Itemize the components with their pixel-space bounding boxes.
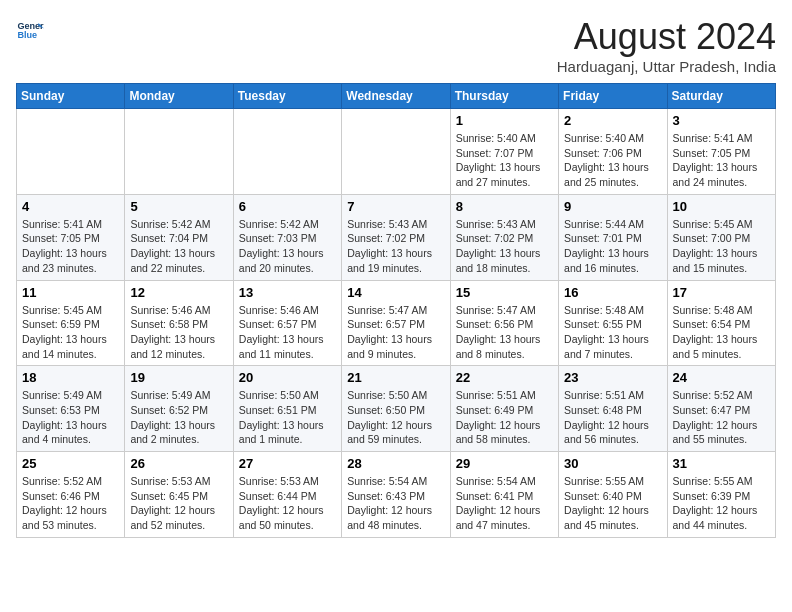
day-cell-5: 5Sunrise: 5:42 AM Sunset: 7:04 PM Daylig… <box>125 194 233 280</box>
day-number: 19 <box>130 370 227 385</box>
day-cell-19: 19Sunrise: 5:49 AM Sunset: 6:52 PM Dayli… <box>125 366 233 452</box>
day-number: 23 <box>564 370 661 385</box>
day-number: 17 <box>673 285 770 300</box>
weekday-header-monday: Monday <box>125 84 233 109</box>
day-cell-7: 7Sunrise: 5:43 AM Sunset: 7:02 PM Daylig… <box>342 194 450 280</box>
day-info: Sunrise: 5:49 AM Sunset: 6:52 PM Dayligh… <box>130 388 227 447</box>
day-cell-1: 1Sunrise: 5:40 AM Sunset: 7:07 PM Daylig… <box>450 109 558 195</box>
day-number: 4 <box>22 199 119 214</box>
day-number: 3 <box>673 113 770 128</box>
day-number: 21 <box>347 370 444 385</box>
day-number: 7 <box>347 199 444 214</box>
day-info: Sunrise: 5:47 AM Sunset: 6:57 PM Dayligh… <box>347 303 444 362</box>
day-info: Sunrise: 5:51 AM Sunset: 6:48 PM Dayligh… <box>564 388 661 447</box>
day-info: Sunrise: 5:53 AM Sunset: 6:45 PM Dayligh… <box>130 474 227 533</box>
day-info: Sunrise: 5:44 AM Sunset: 7:01 PM Dayligh… <box>564 217 661 276</box>
day-info: Sunrise: 5:55 AM Sunset: 6:39 PM Dayligh… <box>673 474 770 533</box>
day-cell-18: 18Sunrise: 5:49 AM Sunset: 6:53 PM Dayli… <box>17 366 125 452</box>
day-number: 28 <box>347 456 444 471</box>
day-cell-16: 16Sunrise: 5:48 AM Sunset: 6:55 PM Dayli… <box>559 280 667 366</box>
day-number: 10 <box>673 199 770 214</box>
day-info: Sunrise: 5:40 AM Sunset: 7:06 PM Dayligh… <box>564 131 661 190</box>
day-cell-23: 23Sunrise: 5:51 AM Sunset: 6:48 PM Dayli… <box>559 366 667 452</box>
day-number: 14 <box>347 285 444 300</box>
day-number: 26 <box>130 456 227 471</box>
day-number: 18 <box>22 370 119 385</box>
day-info: Sunrise: 5:52 AM Sunset: 6:47 PM Dayligh… <box>673 388 770 447</box>
logo-icon: General Blue <box>16 16 44 44</box>
day-number: 5 <box>130 199 227 214</box>
day-info: Sunrise: 5:42 AM Sunset: 7:04 PM Dayligh… <box>130 217 227 276</box>
day-info: Sunrise: 5:46 AM Sunset: 6:58 PM Dayligh… <box>130 303 227 362</box>
day-cell-24: 24Sunrise: 5:52 AM Sunset: 6:47 PM Dayli… <box>667 366 775 452</box>
day-cell-31: 31Sunrise: 5:55 AM Sunset: 6:39 PM Dayli… <box>667 452 775 538</box>
day-number: 25 <box>22 456 119 471</box>
weekday-header-saturday: Saturday <box>667 84 775 109</box>
weekday-header-tuesday: Tuesday <box>233 84 341 109</box>
day-number: 8 <box>456 199 553 214</box>
day-number: 6 <box>239 199 336 214</box>
day-cell-12: 12Sunrise: 5:46 AM Sunset: 6:58 PM Dayli… <box>125 280 233 366</box>
day-info: Sunrise: 5:48 AM Sunset: 6:55 PM Dayligh… <box>564 303 661 362</box>
week-row-2: 4Sunrise: 5:41 AM Sunset: 7:05 PM Daylig… <box>17 194 776 280</box>
logo: General Blue <box>16 16 44 44</box>
day-info: Sunrise: 5:54 AM Sunset: 6:43 PM Dayligh… <box>347 474 444 533</box>
day-info: Sunrise: 5:51 AM Sunset: 6:49 PM Dayligh… <box>456 388 553 447</box>
empty-cell <box>233 109 341 195</box>
day-info: Sunrise: 5:52 AM Sunset: 6:46 PM Dayligh… <box>22 474 119 533</box>
day-info: Sunrise: 5:50 AM Sunset: 6:51 PM Dayligh… <box>239 388 336 447</box>
day-cell-22: 22Sunrise: 5:51 AM Sunset: 6:49 PM Dayli… <box>450 366 558 452</box>
day-cell-13: 13Sunrise: 5:46 AM Sunset: 6:57 PM Dayli… <box>233 280 341 366</box>
day-number: 16 <box>564 285 661 300</box>
day-cell-10: 10Sunrise: 5:45 AM Sunset: 7:00 PM Dayli… <box>667 194 775 280</box>
day-number: 27 <box>239 456 336 471</box>
day-number: 13 <box>239 285 336 300</box>
day-cell-21: 21Sunrise: 5:50 AM Sunset: 6:50 PM Dayli… <box>342 366 450 452</box>
day-number: 11 <box>22 285 119 300</box>
empty-cell <box>342 109 450 195</box>
page-header: General Blue August 2024 Harduaganj, Utt… <box>16 16 776 75</box>
day-number: 29 <box>456 456 553 471</box>
calendar-table: SundayMondayTuesdayWednesdayThursdayFrid… <box>16 83 776 538</box>
day-info: Sunrise: 5:41 AM Sunset: 7:05 PM Dayligh… <box>22 217 119 276</box>
day-cell-20: 20Sunrise: 5:50 AM Sunset: 6:51 PM Dayli… <box>233 366 341 452</box>
day-info: Sunrise: 5:46 AM Sunset: 6:57 PM Dayligh… <box>239 303 336 362</box>
day-cell-28: 28Sunrise: 5:54 AM Sunset: 6:43 PM Dayli… <box>342 452 450 538</box>
day-cell-26: 26Sunrise: 5:53 AM Sunset: 6:45 PM Dayli… <box>125 452 233 538</box>
day-number: 31 <box>673 456 770 471</box>
day-cell-17: 17Sunrise: 5:48 AM Sunset: 6:54 PM Dayli… <box>667 280 775 366</box>
weekday-header-friday: Friday <box>559 84 667 109</box>
weekday-header-row: SundayMondayTuesdayWednesdayThursdayFrid… <box>17 84 776 109</box>
month-title: August 2024 <box>557 16 776 58</box>
day-info: Sunrise: 5:42 AM Sunset: 7:03 PM Dayligh… <box>239 217 336 276</box>
day-cell-29: 29Sunrise: 5:54 AM Sunset: 6:41 PM Dayli… <box>450 452 558 538</box>
location: Harduaganj, Uttar Pradesh, India <box>557 58 776 75</box>
svg-text:Blue: Blue <box>17 30 37 40</box>
day-cell-4: 4Sunrise: 5:41 AM Sunset: 7:05 PM Daylig… <box>17 194 125 280</box>
empty-cell <box>17 109 125 195</box>
week-row-4: 18Sunrise: 5:49 AM Sunset: 6:53 PM Dayli… <box>17 366 776 452</box>
day-info: Sunrise: 5:55 AM Sunset: 6:40 PM Dayligh… <box>564 474 661 533</box>
day-cell-14: 14Sunrise: 5:47 AM Sunset: 6:57 PM Dayli… <box>342 280 450 366</box>
day-cell-15: 15Sunrise: 5:47 AM Sunset: 6:56 PM Dayli… <box>450 280 558 366</box>
day-info: Sunrise: 5:47 AM Sunset: 6:56 PM Dayligh… <box>456 303 553 362</box>
day-info: Sunrise: 5:54 AM Sunset: 6:41 PM Dayligh… <box>456 474 553 533</box>
empty-cell <box>125 109 233 195</box>
day-number: 9 <box>564 199 661 214</box>
weekday-header-wednesday: Wednesday <box>342 84 450 109</box>
day-number: 2 <box>564 113 661 128</box>
day-cell-27: 27Sunrise: 5:53 AM Sunset: 6:44 PM Dayli… <box>233 452 341 538</box>
day-info: Sunrise: 5:40 AM Sunset: 7:07 PM Dayligh… <box>456 131 553 190</box>
day-cell-25: 25Sunrise: 5:52 AM Sunset: 6:46 PM Dayli… <box>17 452 125 538</box>
title-block: August 2024 Harduaganj, Uttar Pradesh, I… <box>557 16 776 75</box>
day-cell-3: 3Sunrise: 5:41 AM Sunset: 7:05 PM Daylig… <box>667 109 775 195</box>
day-cell-2: 2Sunrise: 5:40 AM Sunset: 7:06 PM Daylig… <box>559 109 667 195</box>
day-number: 22 <box>456 370 553 385</box>
day-number: 20 <box>239 370 336 385</box>
week-row-3: 11Sunrise: 5:45 AM Sunset: 6:59 PM Dayli… <box>17 280 776 366</box>
weekday-header-thursday: Thursday <box>450 84 558 109</box>
day-info: Sunrise: 5:45 AM Sunset: 6:59 PM Dayligh… <box>22 303 119 362</box>
day-info: Sunrise: 5:43 AM Sunset: 7:02 PM Dayligh… <box>456 217 553 276</box>
day-info: Sunrise: 5:53 AM Sunset: 6:44 PM Dayligh… <box>239 474 336 533</box>
day-info: Sunrise: 5:41 AM Sunset: 7:05 PM Dayligh… <box>673 131 770 190</box>
